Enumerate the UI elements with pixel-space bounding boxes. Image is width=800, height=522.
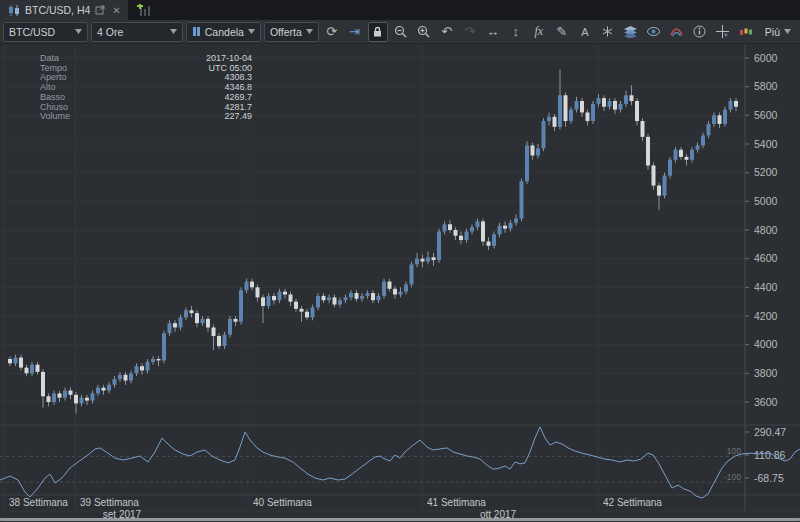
info-value: 227.49 [224, 112, 252, 122]
tab-bar: BTC/USD, H4 ✕ [0, 0, 800, 20]
expand-vertical-icon[interactable]: ↕ [506, 22, 526, 42]
chevron-down-icon [170, 29, 177, 34]
indicator-line [0, 427, 800, 498]
svg-text:3600: 3600 [754, 396, 778, 408]
chevron-down-icon [306, 29, 313, 34]
price-type-select-value: Offerta [270, 26, 302, 38]
new-chart-button[interactable] [128, 0, 160, 20]
more-button-label: Più [765, 26, 780, 38]
info-row: Basso4269.7 [40, 93, 252, 103]
tab-title: BTC/USD, H4 [25, 4, 90, 16]
horizontal-scrollbar[interactable] [0, 518, 800, 521]
info-row: Chiuso4281.7 [40, 103, 252, 113]
info-row: TempoUTC 05:00 [40, 64, 252, 74]
svg-text:4400: 4400 [754, 281, 778, 293]
timeframe-select-value: 4 Ore [97, 26, 123, 38]
svg-text:38 Settimana: 38 Settimana [9, 497, 68, 508]
undo-icon[interactable]: ↶ [437, 22, 457, 42]
chart-type-select-value: Candela [205, 26, 244, 38]
new-chart-icon [137, 4, 151, 16]
indicators-icon[interactable]: fx [529, 22, 549, 42]
view-eye-icon[interactable] [644, 22, 664, 42]
chevron-down-icon [75, 29, 82, 34]
candle-type-icon [192, 26, 201, 37]
close-icon[interactable]: ✕ [112, 5, 120, 16]
info-icon[interactable] [690, 22, 710, 42]
symbol-select[interactable]: BTC/USD [3, 22, 88, 42]
zoom-in-icon[interactable] [414, 22, 434, 42]
info-row: Alto4346.8 [40, 83, 252, 93]
info-label: Volume [40, 112, 70, 122]
symbol-select-value: BTC/USD [9, 26, 55, 38]
svg-text:5000: 5000 [754, 195, 778, 207]
svg-text:5400: 5400 [754, 138, 778, 150]
svg-text:6000: 6000 [754, 52, 778, 64]
time-axis: 38 Settimana39 Settimana40 Settimana41 S… [9, 497, 662, 520]
shapes-icon[interactable] [598, 22, 618, 42]
svg-text:110.86: 110.86 [754, 449, 785, 461]
svg-text:41 Settimana: 41 Settimana [427, 497, 486, 508]
lock-scroll-icon[interactable] [368, 22, 388, 42]
svg-text:42 Settimana: 42 Settimana [603, 497, 662, 508]
more-button[interactable]: Più [759, 26, 797, 38]
svg-text:40 Settimana: 40 Settimana [253, 497, 312, 508]
redo-icon: ↷ [460, 22, 480, 42]
svg-text:4000: 4000 [754, 338, 778, 350]
sentiment-icon[interactable] [667, 22, 687, 42]
chart-toolbar: BTC/USD 4 Ore Candela Offerta ⟳ ⇥ ↶ ↷ ↔ [0, 20, 800, 44]
chart-colors-icon[interactable] [736, 22, 756, 42]
ohlc-info-panel: Data2017-10-04TempoUTC 05:00Aperto4308.3… [40, 54, 252, 122]
draw-pencil-icon[interactable]: ✎ [552, 22, 572, 42]
svg-text:4200: 4200 [754, 310, 778, 322]
info-row: Aperto4308.3 [40, 73, 252, 83]
popout-icon[interactable] [95, 5, 105, 15]
svg-text:5800: 5800 [754, 80, 778, 92]
svg-text:4600: 4600 [754, 252, 778, 264]
chart-tab[interactable]: BTC/USD, H4 ✕ [0, 0, 128, 20]
svg-text:39 Settimana: 39 Settimana [80, 497, 139, 508]
svg-text:-68.75: -68.75 [754, 472, 784, 484]
candlestick-icon [7, 5, 20, 16]
layers-icon[interactable] [621, 22, 641, 42]
chevron-down-icon [784, 29, 791, 34]
svg-text:5200: 5200 [754, 166, 778, 178]
chart-type-select[interactable]: Candela [186, 22, 261, 42]
svg-text:290.47: 290.47 [754, 426, 786, 438]
indicator-pane: 100-100 [0, 427, 800, 498]
info-row: Volume227.49 [40, 112, 252, 122]
chevron-down-icon [248, 29, 255, 34]
expand-horizontal-icon[interactable]: ↔ [483, 22, 503, 42]
svg-text:5600: 5600 [754, 109, 778, 121]
price-axis: 6000580056005400520050004800460044004200… [745, 45, 786, 511]
crosshair-icon[interactable] [713, 22, 733, 42]
jump-to-end-icon[interactable]: ⇥ [345, 22, 365, 42]
svg-text:4800: 4800 [754, 224, 778, 236]
svg-text:3800: 3800 [754, 367, 778, 379]
timeframe-select[interactable]: 4 Ore [91, 22, 183, 42]
zoom-out-icon[interactable] [391, 22, 411, 42]
svg-text:-100: -100 [724, 472, 741, 482]
refresh-icon[interactable]: ⟳ [322, 22, 342, 42]
text-tool-icon[interactable]: A [575, 22, 595, 42]
trading-app-window: 6000580056005400520050004800460044004200… [0, 0, 800, 522]
price-type-select[interactable]: Offerta [264, 22, 319, 42]
